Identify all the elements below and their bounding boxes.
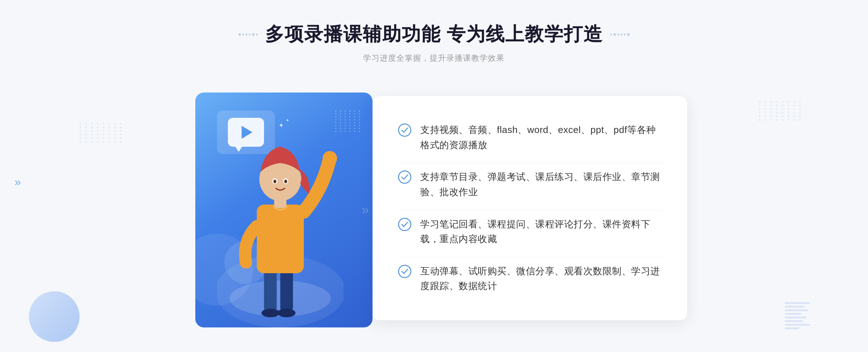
title-decoration-left bbox=[238, 33, 258, 36]
dot-pattern-right bbox=[759, 101, 803, 121]
svg-rect-6 bbox=[257, 205, 304, 273]
svg-point-5 bbox=[277, 309, 295, 317]
feature-item-4: 互动弹幕、试听购买、微信分享、观看次数限制、学习进度跟踪、数据统计 bbox=[398, 257, 662, 300]
main-title: 多项录播课辅助功能 专为线上教学打造 bbox=[265, 22, 603, 47]
svg-point-12 bbox=[273, 180, 276, 183]
bottom-circle-decoration bbox=[29, 291, 80, 342]
left-decoration: » bbox=[14, 175, 21, 189]
svg-point-17 bbox=[399, 265, 411, 278]
illustration-wrapper: » ✦ ✦ bbox=[181, 82, 383, 335]
subtitle: 学习进度全掌握，提升录播课教学效果 bbox=[238, 53, 630, 64]
illus-chevrons-icon: » bbox=[362, 202, 365, 218]
svg-point-15 bbox=[399, 171, 411, 183]
page-wrapper: » 多项录播课辅助功能 专为线上教学打造 学习进度全掌握，提升录播课 bbox=[0, 0, 868, 352]
right-panel: 支持视频、音频、flash、word、excel、ppt、pdf等各种格式的资源… bbox=[373, 96, 687, 320]
svg-point-16 bbox=[399, 218, 411, 231]
stripe-decoration bbox=[785, 302, 810, 335]
illustration-bg: » ✦ ✦ bbox=[195, 93, 373, 327]
feature-text-4: 互动弹幕、试听购买、微信分享、观看次数限制、学习进度跟踪、数据统计 bbox=[420, 264, 662, 294]
person-illustration bbox=[217, 118, 344, 327]
feature-item-3: 学习笔记回看、课程提问、课程评论打分、课件资料下载，重点内容收藏 bbox=[398, 210, 662, 253]
dot-pattern-left bbox=[80, 123, 124, 142]
header-section: 多项录播课辅助功能 专为线上教学打造 学习进度全掌握，提升录播课教学效果 bbox=[238, 22, 630, 64]
check-icon-2 bbox=[398, 170, 412, 184]
svg-point-4 bbox=[261, 309, 280, 317]
feature-item-2: 支持章节目录、弹题考试、课后练习、课后作业、章节测验、批改作业 bbox=[398, 163, 662, 206]
check-icon-1 bbox=[398, 123, 412, 137]
title-row: 多项录播课辅助功能 专为线上教学打造 bbox=[238, 22, 630, 47]
check-icon-3 bbox=[398, 218, 412, 231]
check-icon-4 bbox=[398, 265, 412, 278]
feature-item-1: 支持视频、音频、flash、word、excel、ppt、pdf等各种格式的资源… bbox=[398, 116, 662, 159]
svg-point-7 bbox=[323, 151, 337, 166]
content-area: » ✦ ✦ bbox=[181, 82, 687, 335]
chevrons-left-icon: » bbox=[14, 175, 21, 189]
svg-point-13 bbox=[284, 180, 287, 183]
feature-text-3: 学习笔记回看、课程提问、课程评论打分、课件资料下载，重点内容收藏 bbox=[420, 217, 662, 247]
feature-text-2: 支持章节目录、弹题考试、课后练习、课后作业、章节测验、批改作业 bbox=[420, 169, 662, 199]
svg-point-14 bbox=[399, 124, 411, 136]
feature-text-1: 支持视频、音频、flash、word、excel、ppt、pdf等各种格式的资源… bbox=[420, 123, 662, 153]
title-decoration-right bbox=[610, 33, 630, 36]
